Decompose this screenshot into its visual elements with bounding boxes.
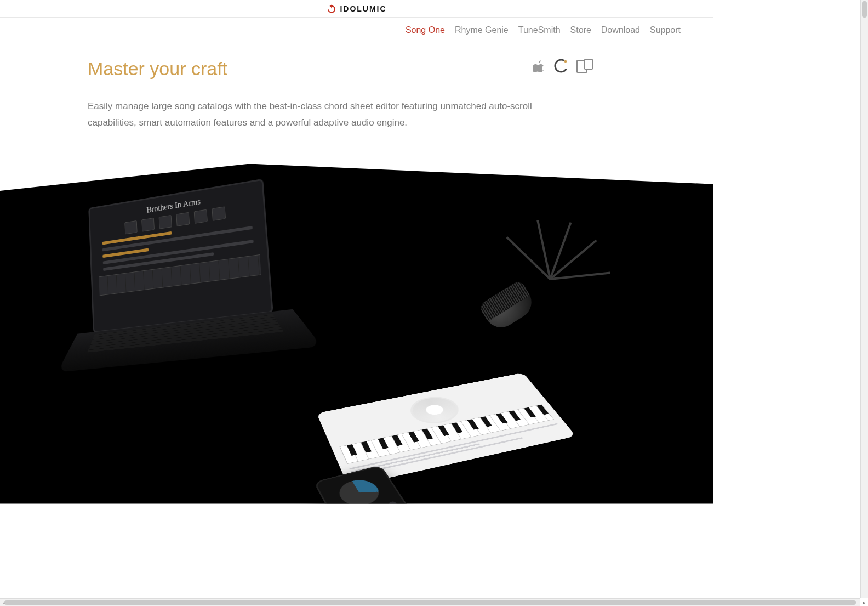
- page-heading: Master your craft: [88, 58, 227, 80]
- vertical-scroll-thumb[interactable]: [862, 1, 867, 18]
- svg-rect-1: [332, 4, 333, 8]
- ios-universal-icon: [553, 58, 569, 73]
- vertical-scrollbar[interactable]: [860, 0, 868, 504]
- nav-store[interactable]: Store: [570, 25, 591, 35]
- primary-nav: Song One Rhyme Genie TuneSmith Store Dow…: [0, 18, 713, 43]
- page-description: Easily manage large song catalogs with t…: [0, 80, 713, 164]
- nav-song-one[interactable]: Song One: [406, 25, 445, 35]
- apple-icon: [533, 58, 546, 73]
- laptop-graphic: Brothers In Arms: [88, 164, 398, 444]
- platform-icons: [533, 58, 626, 73]
- brand-name: IDOLUMIC: [340, 4, 386, 13]
- svg-point-3: [564, 60, 567, 63]
- svg-rect-5: [585, 59, 592, 69]
- nav-tunesmith[interactable]: TuneSmith: [518, 25, 561, 35]
- power-icon: [327, 4, 336, 14]
- nav-rhyme-genie[interactable]: Rhyme Genie: [455, 25, 509, 35]
- hero-image: Brothers In Arms: [0, 164, 713, 504]
- nav-support[interactable]: Support: [650, 25, 681, 35]
- brand-logo-link[interactable]: IDOLUMIC: [327, 4, 386, 14]
- nav-download[interactable]: Download: [601, 25, 640, 35]
- logo-bar: IDOLUMIC: [0, 0, 713, 18]
- svg-point-2: [553, 58, 569, 73]
- microphone-graphic: [461, 202, 615, 356]
- ipad-icon: [576, 59, 593, 73]
